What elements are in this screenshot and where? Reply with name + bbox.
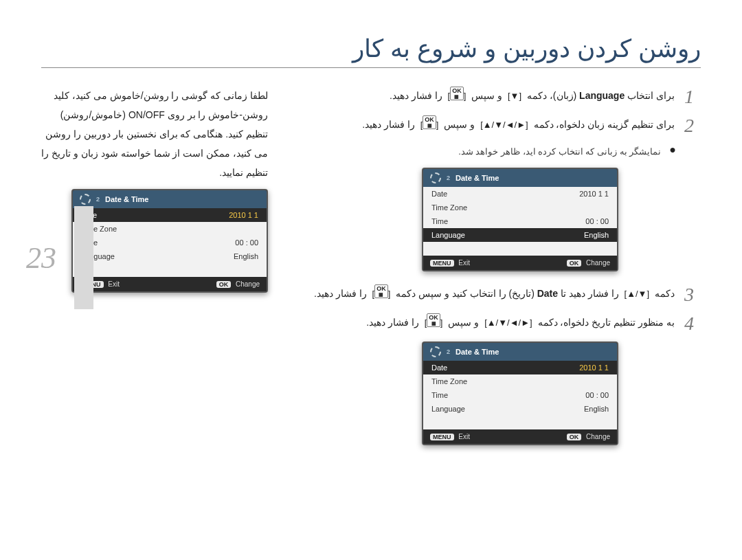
step-1: 1 برای انتخاب Language (زبان)، دکمه [▼] … <box>295 86 701 108</box>
bullet-dot-icon: ● <box>669 144 676 161</box>
header-tab-index: 2 <box>96 196 100 203</box>
step-2: 2 برای تنظیم گزینه زبان دلخواه، دکمه [▲/… <box>295 115 701 137</box>
menu-label: Date <box>431 363 447 372</box>
page-title: روشن کردن دوربین و شروع به کار <box>41 34 701 67</box>
menu-row-timezone: Time Zone <box>73 222 267 236</box>
down-key: [▼] <box>505 87 524 105</box>
menu-row-timezone: Time Zone <box>423 201 617 214</box>
menu-value: 2010 1 1 <box>579 363 609 372</box>
ok-key-icon: OK▦ <box>374 284 388 298</box>
camera-menu-header: 2 Date & Time <box>423 343 617 361</box>
step-text: دکمه <box>652 288 675 299</box>
gear-icon <box>430 346 441 357</box>
header-tab-index: 2 <box>447 175 450 181</box>
gear-icon <box>430 172 441 183</box>
menu-row-language: Language English <box>73 249 267 263</box>
camera-menu-title: Date & Time <box>105 195 148 203</box>
menu-row-time: Time 00 : 00 <box>423 214 617 228</box>
camera-menu-title: Date & Time <box>456 348 499 356</box>
step-text: و سپس <box>469 90 502 101</box>
camera-menu-title: Date & Time <box>456 174 499 182</box>
step-number: 3 <box>684 284 701 306</box>
camera-menu-1: 2 Date & Time Date 2010 1 1 Time Zone Ti… <box>71 189 268 293</box>
change-label: Change <box>586 433 610 440</box>
menu-pill: MENU <box>430 434 454 440</box>
menu-label: Time <box>431 391 448 399</box>
menu-value: 2010 1 1 <box>579 190 609 198</box>
header-tab-index: 2 <box>447 348 450 355</box>
menu-row-language: Language English <box>423 402 617 416</box>
menu-row-time: Time 00 : 00 <box>423 388 617 402</box>
step-text: (تاریخ) را انتخاب کنید و سپس دکمه <box>393 288 535 299</box>
step-text: برای تنظیم گزینه زبان دلخواه، دکمه <box>531 119 675 130</box>
page-number: 23 <box>0 240 82 276</box>
ok-key-icon: OK▦ <box>427 313 440 327</box>
camera-menu-3: 2 Date & Time Date 2010 1 1 Time Zone Ti… <box>422 341 618 445</box>
menu-value: 00 : 00 <box>585 217 609 225</box>
menu-row-blank <box>423 416 617 429</box>
menu-value: 00 : 00 <box>585 391 609 399</box>
gear-icon <box>80 194 91 205</box>
step-3: 3 دکمه [▲/▼] را فشار دهید تا Date (تاریخ… <box>295 284 701 306</box>
menu-pill: MENU <box>430 260 454 267</box>
date-word: Date <box>537 288 558 299</box>
menu-label: Date <box>431 190 447 198</box>
step-text: را فشار دهید تا <box>558 288 619 299</box>
exit-label: Exit <box>458 433 470 440</box>
menu-label: Time Zone <box>431 377 467 385</box>
title-rule <box>41 67 701 68</box>
menu-label: Time <box>431 217 448 225</box>
menu-value: English <box>584 405 609 413</box>
step-text: برای انتخاب <box>625 90 675 101</box>
step-text: را فشار دهید. <box>390 90 442 101</box>
camera-menu-2: 2 Date & Time Date 2010 1 1 Time Zone Ti… <box>422 168 618 271</box>
bullet-text: نمایشگر به زبانی که انتخاب کرده اید، ظاه… <box>295 144 661 161</box>
menu-label: Time Zone <box>431 203 467 212</box>
menu-row-blank <box>73 263 267 277</box>
step-text: را فشار دهید. <box>314 288 367 299</box>
menu-value: 00 : 00 <box>235 238 258 247</box>
ok-pill: OK <box>216 281 232 288</box>
intro-paragraph: لطفا زمانی که گوشی را روشن/خاموش می کنید… <box>41 86 268 182</box>
menu-value: English <box>584 231 609 239</box>
language-word: Language <box>579 90 625 101</box>
nav-keys: [▲/▼/◄/►] <box>482 314 535 332</box>
exit-label: Exit <box>108 280 120 288</box>
menu-label: Language <box>431 231 465 239</box>
menu-value: 2010 1 1 <box>229 211 258 219</box>
menu-row-timezone: Time Zone <box>423 374 617 388</box>
ok-pill: OK <box>567 434 582 440</box>
ok-key-icon: OK▦ <box>423 115 436 129</box>
ok-key-icon: OK▦ <box>450 87 464 100</box>
step-text: به منظور تنظیم تاریخ دلخواه، دکمه <box>535 317 675 328</box>
menu-row-date: Date 2010 1 1 <box>73 208 267 222</box>
step-number: 1 <box>684 86 701 108</box>
step-number: 4 <box>684 313 701 335</box>
menu-row-language: Language English <box>423 228 617 242</box>
step-text: را فشار دهید. <box>362 119 415 130</box>
change-label: Change <box>586 259 610 267</box>
camera-menu-footer: MENU Exit OK Change <box>423 429 617 444</box>
menu-row-date: Date 2010 1 1 <box>423 187 617 201</box>
camera-menu-header: 2 Date & Time <box>73 190 267 208</box>
step-text: و سپس <box>445 317 479 328</box>
step-text: و سپس <box>441 119 475 130</box>
camera-menu-footer: MENU Exit OK Change <box>423 256 617 270</box>
step-text: (زبان)، دکمه <box>524 90 576 101</box>
menu-row-blank <box>423 242 617 256</box>
step-number: 2 <box>684 115 701 137</box>
menu-row-date: Date 2010 1 1 <box>423 361 617 374</box>
camera-menu-footer: MENU Exit OK Change <box>73 277 267 291</box>
change-label: Change <box>236 280 260 288</box>
ok-pill: OK <box>567 260 582 267</box>
camera-menu-header: 2 Date & Time <box>423 169 617 187</box>
nav-keys: [▲/▼/◄/►] <box>477 116 531 134</box>
step-text: را فشار دهید. <box>366 317 419 328</box>
step-4: 4 به منظور تنظیم تاریخ دلخواه، دکمه [▲/▼… <box>295 313 701 335</box>
menu-row-time: Time 00 : 00 <box>73 236 267 249</box>
updown-key: [▲/▼] <box>622 285 653 303</box>
menu-label: Language <box>431 405 465 413</box>
exit-label: Exit <box>458 259 470 267</box>
menu-value: English <box>234 252 258 260</box>
step-2-bullet: ● نمایشگر به زبانی که انتخاب کرده اید، ظ… <box>295 144 676 161</box>
